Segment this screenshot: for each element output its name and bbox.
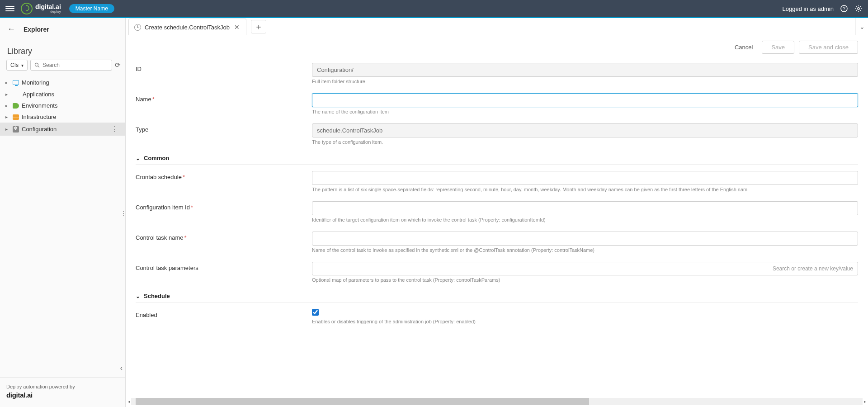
- back-arrow-icon[interactable]: ←: [7, 24, 15, 34]
- help-icon[interactable]: ?: [840, 5, 848, 13]
- search-icon: [34, 62, 40, 68]
- tree-item-infrastructure[interactable]: ▸Infrastructure: [0, 111, 125, 123]
- type-label: Type: [136, 123, 312, 133]
- tree-caret-icon[interactable]: ▸: [5, 80, 10, 85]
- ciid-label: Configuration item Id: [136, 204, 190, 211]
- id-field: [312, 63, 858, 77]
- enabled-checkbox[interactable]: [312, 309, 319, 316]
- tree-item-monitoring[interactable]: ▸Monitoring: [0, 77, 125, 88]
- monitor-icon: [13, 80, 19, 85]
- refresh-icon[interactable]: ⟳: [115, 61, 121, 69]
- search-input-wrap[interactable]: [30, 60, 112, 71]
- cis-dropdown[interactable]: CIs ▾: [6, 60, 28, 71]
- tree-caret-icon[interactable]: ▸: [5, 92, 10, 97]
- scroll-left-icon[interactable]: ◂: [127, 398, 131, 405]
- login-status: Logged in as admin: [783, 5, 834, 12]
- collapse-sidebar-icon[interactable]: ‹: [120, 364, 123, 372]
- config-icon: [13, 126, 19, 133]
- svg-line-4: [38, 66, 39, 67]
- scrollbar-thumb[interactable]: [136, 398, 589, 405]
- name-help: The name of the configuration item: [312, 109, 858, 114]
- tree-item-label: Monitoring: [22, 79, 120, 86]
- cis-dropdown-label: CIs: [10, 62, 19, 68]
- type-field: [312, 123, 858, 137]
- id-label: ID: [136, 63, 312, 72]
- ctparams-placeholder: Search or create a new key/value: [773, 265, 853, 272]
- tree-item-configuration[interactable]: ▸Configuration⋮: [0, 123, 125, 136]
- tree-item-menu-icon[interactable]: ⋮: [109, 125, 120, 133]
- section-common-label: Common: [144, 155, 169, 161]
- required-icon: *: [152, 96, 155, 103]
- tree-caret-icon[interactable]: ▸: [5, 103, 10, 108]
- hamburger-menu[interactable]: [5, 4, 14, 13]
- rocket-icon: [21, 3, 33, 14]
- name-field[interactable]: [312, 93, 858, 107]
- tree-item-applications[interactable]: ▸Applications: [0, 88, 125, 100]
- save-close-button[interactable]: Save and close: [799, 41, 858, 54]
- name-label: Name: [136, 96, 151, 103]
- cron-field[interactable]: [312, 171, 858, 185]
- required-icon: *: [183, 174, 185, 180]
- cron-help: The pattern is a list of six single spac…: [312, 187, 858, 192]
- enabled-help: Enables or disables triggering of the ad…: [312, 319, 858, 324]
- split-handle[interactable]: ⋮: [120, 213, 127, 214]
- sidebar-title: Explorer: [24, 26, 49, 33]
- horizontal-scrollbar[interactable]: ◂ ▸: [131, 398, 863, 405]
- save-button[interactable]: Save: [762, 41, 794, 54]
- env-icon: [13, 103, 19, 109]
- footer-text: Deploy automation powered by: [6, 384, 119, 389]
- scrollbar-track[interactable]: [131, 398, 863, 405]
- tab-create-job[interactable]: Create schedule.ControlTaskJob ✕: [128, 19, 246, 35]
- tree-item-environments[interactable]: ▸Environments: [0, 100, 125, 111]
- ctname-label: Control task name: [136, 234, 184, 241]
- scroll-right-icon[interactable]: ▸: [863, 398, 867, 405]
- tree-item-label: Infrastructure: [22, 114, 120, 120]
- ciid-field[interactable]: [312, 201, 858, 215]
- ciid-help: Identifier of the target configuration i…: [312, 217, 858, 222]
- infra-icon: [13, 114, 19, 120]
- ctparams-label: Control task parameters: [136, 262, 312, 271]
- ctname-field[interactable]: [312, 232, 858, 246]
- tabs-dropdown-icon[interactable]: ⌄: [855, 18, 868, 35]
- tree-caret-icon[interactable]: ▸: [5, 114, 10, 119]
- gear-icon[interactable]: [854, 5, 863, 13]
- footer-brand: digital.ai: [6, 391, 119, 399]
- svg-point-2: [858, 8, 859, 9]
- brand-logo[interactable]: digital.ai deploy: [21, 3, 61, 14]
- tree-caret-icon[interactable]: ▸: [5, 127, 10, 132]
- svg-text:?: ?: [843, 6, 845, 11]
- new-tab-button[interactable]: ＋: [251, 20, 266, 33]
- type-help: The type of a configuration item.: [312, 139, 858, 145]
- cron-label: Crontab schedule: [136, 174, 182, 180]
- library-label: Library: [0, 40, 125, 60]
- ctparams-help: Optional map of parameters to pass to th…: [312, 277, 858, 283]
- section-common-toggle[interactable]: ⌄ Common: [136, 149, 858, 165]
- tree-item-label: Environments: [22, 102, 120, 109]
- required-icon: *: [191, 204, 193, 211]
- ctname-help: Name of the control task to invoke as sp…: [312, 247, 858, 253]
- search-input[interactable]: [42, 62, 108, 68]
- master-pill[interactable]: Master Name: [69, 4, 114, 13]
- section-schedule-label: Schedule: [144, 293, 170, 299]
- enabled-label: Enabled: [136, 309, 312, 318]
- close-tab-icon[interactable]: ✕: [233, 24, 241, 31]
- caret-down-icon: ▾: [21, 63, 24, 68]
- section-schedule-toggle[interactable]: ⌄ Schedule: [136, 287, 858, 303]
- apps-icon: [13, 90, 20, 98]
- required-icon: *: [184, 234, 187, 241]
- clock-icon: [134, 24, 141, 31]
- tree-item-label: Configuration: [22, 126, 106, 133]
- tab-label: Create schedule.ControlTaskJob: [145, 24, 230, 31]
- ctparams-field[interactable]: Search or create a new key/value: [312, 262, 858, 275]
- tree-item-label: Applications: [23, 91, 120, 98]
- brand-sub: deploy: [35, 10, 61, 14]
- chevron-down-icon: ⌄: [136, 155, 140, 161]
- chevron-down-icon: ⌄: [136, 293, 140, 299]
- cancel-button[interactable]: Cancel: [730, 41, 757, 53]
- id-help: Full item folder structure.: [312, 79, 858, 84]
- svg-point-3: [35, 63, 38, 66]
